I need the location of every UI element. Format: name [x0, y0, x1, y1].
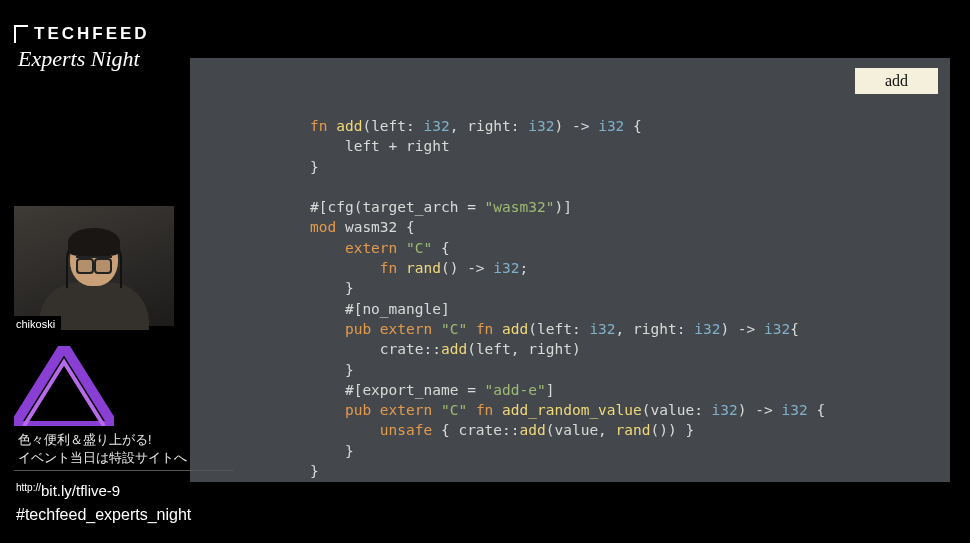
divider — [14, 470, 234, 471]
decorative-triangle — [14, 346, 114, 426]
logo-subtitle: Experts Night — [18, 46, 150, 72]
speaker-avatar — [39, 226, 149, 326]
code-block: fn add(left: i32, right: i32) -> i32 { l… — [310, 116, 825, 481]
slide-content: add fn add(left: i32, right: i32) -> i32… — [190, 58, 950, 482]
info-line-2: イベント当日は特設サイトへ — [18, 450, 187, 467]
techfeed-icon — [14, 25, 28, 43]
logo-main: TECHFEED — [14, 24, 150, 44]
speaker-webcam — [14, 206, 174, 326]
info-line-1: 色々便利＆盛り上がる! — [18, 432, 151, 449]
url-prefix: http:// — [16, 482, 41, 493]
event-url[interactable]: http://bit.ly/tflive-9 — [16, 482, 120, 499]
slide-tag: add — [855, 68, 938, 94]
hashtag: #techfeed_experts_night — [16, 506, 191, 524]
logo-text: TECHFEED — [34, 24, 150, 44]
logo: TECHFEED Experts Night — [14, 24, 150, 72]
url-text: bit.ly/tflive-9 — [41, 482, 120, 499]
speaker-name-tag: chikoski — [10, 316, 61, 332]
